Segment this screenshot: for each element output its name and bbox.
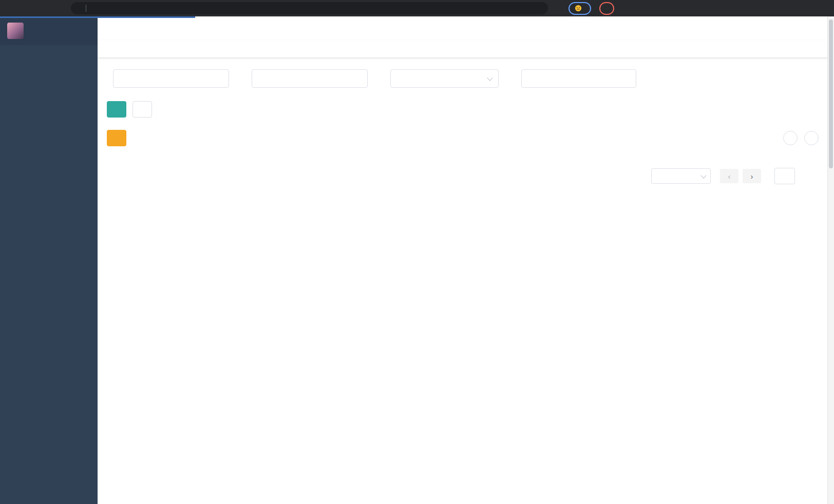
browser-toolbar (0, 0, 834, 16)
status-select[interactable] (390, 69, 499, 88)
toggle-search-button[interactable] (783, 131, 798, 145)
logo-image (7, 23, 24, 39)
browser-reload-icon[interactable] (36, 2, 48, 14)
table-toolbar (107, 130, 819, 146)
goto-page-input[interactable] (774, 168, 795, 184)
paused-extension-badge[interactable] (568, 2, 591, 15)
next-page-button[interactable]: › (743, 169, 761, 183)
browser-home-icon[interactable] (51, 2, 64, 14)
browser-forward-icon[interactable] (21, 2, 33, 14)
filter-form (107, 69, 819, 88)
goto-page (770, 168, 799, 184)
page-content: ‹ › (98, 58, 834, 504)
filter-username (245, 69, 368, 88)
page-size-select[interactable] (651, 168, 711, 184)
page-loading-progress-bar (0, 16, 195, 18)
main-area: ‹ › (98, 16, 834, 504)
app-frame: ‹ › (0, 16, 834, 504)
table-tools (783, 131, 819, 145)
chevron-down-icon (487, 75, 492, 81)
refresh-table-button[interactable] (804, 131, 819, 145)
sidebar-logo[interactable] (0, 16, 98, 45)
omnibox-divider (86, 5, 86, 12)
filter-status (384, 69, 499, 88)
prev-page-button[interactable]: ‹ (720, 169, 738, 183)
date-range-picker[interactable] (521, 69, 636, 88)
filter-login-time (515, 69, 636, 88)
login-address-input[interactable] (113, 69, 229, 88)
search-button[interactable] (107, 101, 126, 118)
chevron-down-icon (700, 172, 706, 178)
username-input[interactable] (252, 69, 368, 88)
top-navbar (98, 16, 834, 40)
browser-address-bar[interactable] (71, 2, 548, 14)
filter-login-address (107, 69, 229, 88)
emoji-face-icon (575, 5, 582, 12)
browser-update-button[interactable] (599, 2, 614, 15)
pagination: ‹ › (107, 168, 799, 184)
browser-scrollbar[interactable] (827, 16, 834, 504)
browser-back-icon[interactable] (5, 2, 17, 14)
sidebar (0, 16, 98, 504)
scrollbar-thumb[interactable] (829, 20, 833, 168)
export-button[interactable] (107, 130, 126, 146)
reset-button[interactable] (132, 101, 152, 118)
filter-actions (107, 101, 819, 118)
tags-view-bar (98, 40, 834, 58)
